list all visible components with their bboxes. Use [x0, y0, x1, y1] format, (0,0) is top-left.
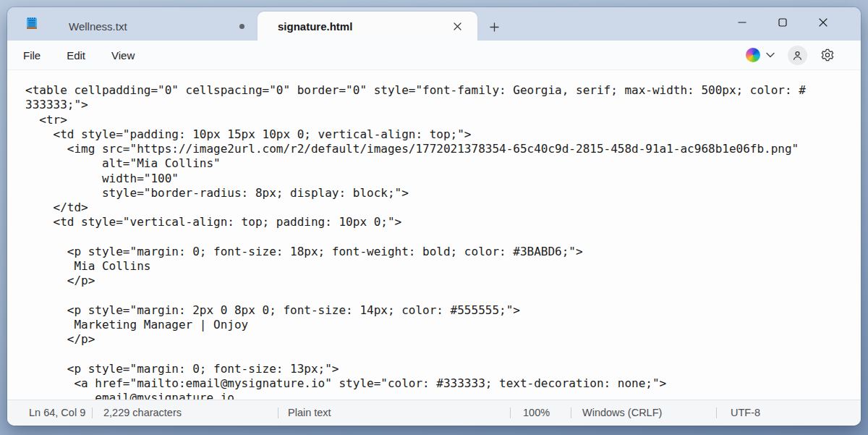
code-line: <td style="padding: 10px 15px 10px 0; ve… — [25, 127, 861, 142]
minimize-button[interactable] — [722, 10, 762, 35]
code-line: style="border-radius: 8px; display: bloc… — [25, 186, 861, 200]
line-ending: Windows (CRLF) — [582, 400, 662, 425]
copilot-button[interactable] — [746, 48, 775, 62]
settings-gear-icon[interactable] — [820, 48, 835, 62]
code-line: <a href="mailto:email@mysignature.io" st… — [25, 376, 861, 391]
close-window-button[interactable] — [803, 10, 843, 35]
zoom-level: 100% — [523, 400, 550, 425]
chevron-down-icon — [766, 52, 775, 58]
tab-signature[interactable]: signature.html — [258, 12, 477, 41]
statusbar-divider — [716, 407, 717, 418]
code-line — [25, 289, 861, 303]
character-count: 2,229 characters — [103, 400, 182, 425]
code-line: alt="Mia Collins" — [25, 156, 861, 171]
code-line: </p> — [25, 274, 861, 288]
statusbar-divider — [510, 407, 511, 418]
unsaved-indicator-dot — [239, 24, 244, 29]
code-line: 333333;"> — [25, 98, 861, 112]
tab-label: Wellness.txt — [69, 20, 127, 33]
code-line: width="100" — [25, 172, 861, 186]
new-tab-button[interactable] — [482, 16, 506, 38]
code-line: Mia Collins — [25, 259, 861, 274]
account-button[interactable] — [788, 46, 807, 65]
statusbar-divider — [278, 407, 278, 418]
menubar: File Edit View — [7, 41, 861, 70]
tab-wellness[interactable]: Wellness.txt — [17, 12, 255, 41]
statusbar: Ln 64, Col 9 2,229 characters Plain text… — [7, 400, 861, 426]
menu-view[interactable]: View — [103, 46, 142, 65]
titlebar: Wellness.txt signature.html — [7, 7, 861, 41]
copilot-icon — [746, 48, 760, 62]
code-line: Marketing Manager | Onjoy — [25, 318, 861, 332]
tab-label: signature.html — [278, 20, 352, 33]
encoding: UTF-8 — [731, 400, 760, 425]
code-line: <p style="margin: 0; font-size: 13px;"> — [25, 362, 861, 376]
statusbar-divider — [571, 407, 571, 418]
close-tab-icon[interactable] — [448, 17, 466, 35]
statusbar-divider — [92, 407, 93, 418]
code-line: <td style="vertical-align: top; padding:… — [25, 215, 861, 229]
maximize-button[interactable] — [762, 10, 803, 35]
document-type: Plain text — [288, 400, 331, 425]
code-line: </td> — [25, 200, 861, 215]
code-line: <img src="https://image2url.com/r2/defau… — [25, 142, 861, 156]
cursor-position: Ln 64, Col 9 — [29, 400, 85, 425]
code-line: <p style="margin: 2px 0 8px 0; font-size… — [25, 303, 861, 318]
code-line — [25, 230, 861, 245]
code-line: email@mysignature.io — [25, 391, 861, 400]
menu-file[interactable]: File — [15, 46, 48, 65]
account-icon — [791, 49, 804, 62]
code-line — [25, 347, 861, 362]
code-line: </p> — [25, 332, 861, 347]
code-line: <table cellpadding="0" cellspacing="0" b… — [25, 83, 861, 98]
notepad-window: Wellness.txt signature.html — [7, 7, 861, 426]
menubar-icons — [746, 41, 835, 69]
window-controls — [722, 10, 843, 35]
code-line: <tr> — [25, 113, 861, 127]
code-line: <p style="margin: 0; font-size: 18px; fo… — [25, 245, 861, 259]
notepad-app-icon — [25, 16, 39, 30]
code-editor[interactable]: <table cellpadding="0" cellspacing="0" b… — [7, 70, 861, 400]
menu-edit[interactable]: Edit — [59, 46, 93, 65]
